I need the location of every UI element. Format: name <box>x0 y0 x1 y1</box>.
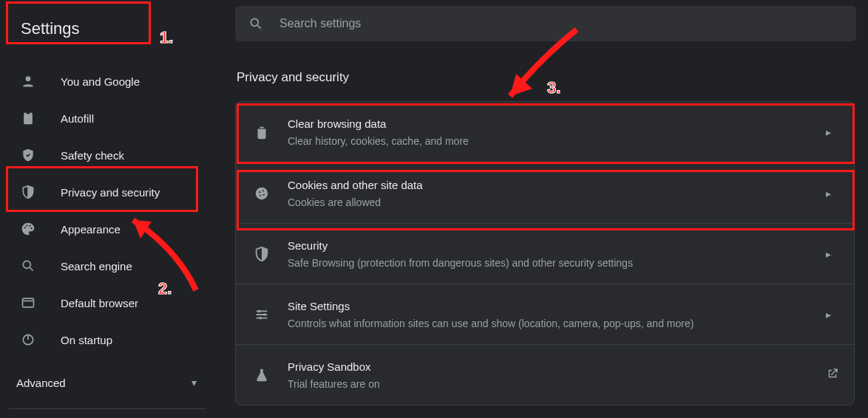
sidebar-item-default-browser[interactable]: Default browser <box>0 284 214 321</box>
svg-rect-6 <box>23 298 34 307</box>
sliders-icon <box>254 306 270 323</box>
sidebar-item-label: Appearance <box>61 223 121 236</box>
person-icon <box>21 74 35 89</box>
row-title: Security <box>288 238 826 254</box>
shield-icon <box>21 185 35 199</box>
sidebar-item-label: Autofill <box>61 112 94 125</box>
sidebar: Settings You and Google Autofill Safety … <box>0 0 214 418</box>
palette-icon <box>21 222 35 236</box>
sidebar-advanced[interactable]: Advanced ▾ <box>0 368 214 397</box>
row-text: Clear browsing data Clear history, cooki… <box>288 116 826 148</box>
row-subtitle: Trial features are on <box>288 377 826 391</box>
main: Privacy and security Clear browsing data… <box>235 70 856 405</box>
settings-title: Settings <box>21 19 80 38</box>
sidebar-item-label: Privacy and security <box>61 186 160 199</box>
row-subtitle: Controls what information sites can use … <box>288 316 826 331</box>
row-text: Security Safe Browsing (protection from … <box>288 238 826 270</box>
external-link-icon <box>826 367 836 383</box>
flask-icon <box>254 367 270 383</box>
sidebar-item-appearance[interactable]: Appearance <box>0 210 214 247</box>
sidebar-item-on-startup[interactable]: On startup <box>0 321 214 358</box>
shield-check-icon <box>21 148 35 162</box>
svg-point-4 <box>31 227 33 229</box>
row-text: Cookies and other site data Cookies are … <box>288 177 826 210</box>
sidebar-item-search-engine[interactable]: Search engine <box>0 247 214 284</box>
chevron-right-icon: ▸ <box>826 126 836 138</box>
chevron-right-icon: ▸ <box>826 309 836 321</box>
svg-point-5 <box>23 261 30 268</box>
row-text: Site Settings Controls what information … <box>288 298 826 331</box>
section-title: Privacy and security <box>237 70 856 85</box>
search-input[interactable] <box>279 17 797 30</box>
row-site-settings[interactable]: Site Settings Controls what information … <box>236 284 854 344</box>
svg-point-0 <box>26 76 31 81</box>
sidebar-item-safety-check[interactable]: Safety check <box>0 137 214 174</box>
chevron-down-icon: ▾ <box>191 377 197 388</box>
power-icon <box>21 332 35 347</box>
settings-card: Clear browsing data Clear history, cooki… <box>235 101 855 405</box>
svg-point-8 <box>251 18 258 26</box>
nav-list: You and Google Autofill Safety check Pri… <box>0 63 214 358</box>
svg-point-16 <box>259 316 262 319</box>
svg-point-1 <box>24 227 26 228</box>
cookie-icon <box>254 185 270 202</box>
svg-point-11 <box>262 190 264 191</box>
clipboard-icon <box>21 111 35 126</box>
chevron-right-icon: ▸ <box>826 188 836 199</box>
row-clear-browsing-data[interactable]: Clear browsing data Clear history, cooki… <box>236 102 854 162</box>
advanced-label: Advanced <box>16 377 191 389</box>
row-subtitle: Safe Browsing (protection from dangerous… <box>288 256 826 270</box>
topbar <box>214 0 868 48</box>
sidebar-item-label: On startup <box>61 334 112 346</box>
svg-point-15 <box>263 313 266 316</box>
row-title: Site Settings <box>288 298 826 315</box>
sidebar-item-label: Safety check <box>61 149 124 162</box>
svg-point-12 <box>263 193 265 195</box>
sidebar-item-label: Search engine <box>61 260 132 273</box>
row-title: Privacy Sandbox <box>288 359 826 375</box>
row-title: Clear browsing data <box>288 116 826 132</box>
row-text: Privacy Sandbox Trial features are on <box>288 359 826 391</box>
search-box[interactable] <box>235 6 856 41</box>
chevron-right-icon: ▸ <box>826 248 836 260</box>
svg-point-13 <box>260 194 261 196</box>
row-security[interactable]: Security Safe Browsing (protection from … <box>236 223 854 284</box>
divider <box>9 408 206 409</box>
row-privacy-sandbox[interactable]: Privacy Sandbox Trial features are on <box>236 344 854 405</box>
sidebar-item-autofill[interactable]: Autofill <box>0 100 214 137</box>
shield-icon <box>254 246 270 262</box>
row-subtitle: Clear history, cookies, cache, and more <box>288 134 826 148</box>
svg-point-10 <box>259 191 260 193</box>
search-icon <box>248 16 263 31</box>
sidebar-item-label: You and Google <box>61 75 140 88</box>
svg-point-14 <box>258 309 261 312</box>
svg-point-2 <box>26 225 27 226</box>
search-icon <box>21 258 35 273</box>
svg-point-9 <box>256 187 268 199</box>
row-title: Cookies and other site data <box>288 177 826 193</box>
row-cookies[interactable]: Cookies and other site data Cookies are … <box>236 162 854 223</box>
svg-point-3 <box>29 225 30 227</box>
row-subtitle: Cookies are allowed <box>288 195 826 210</box>
browser-icon <box>21 295 35 310</box>
sidebar-item-label: Default browser <box>61 297 138 309</box>
sidebar-item-you-and-google[interactable]: You and Google <box>0 63 214 100</box>
trash-icon <box>254 124 270 140</box>
sidebar-item-privacy-and-security[interactable]: Privacy and security <box>0 174 214 210</box>
